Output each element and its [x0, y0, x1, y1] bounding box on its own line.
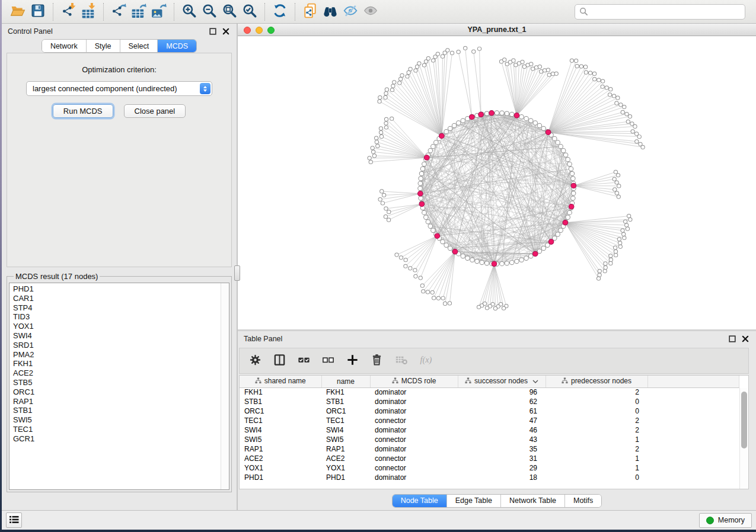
mcds-result-list[interactable]: PHD1CAR1STP4TID3YOX1SWI4SRD1PMA2FKH1ACE2… [9, 283, 229, 490]
float-window-icon[interactable] [209, 28, 216, 35]
tab-node-table[interactable]: Node Table [393, 495, 446, 507]
mcds-result-item[interactable]: ORC1 [13, 387, 219, 397]
mcds-result-item[interactable]: STB5 [13, 378, 219, 387]
show-columns-button[interactable] [269, 351, 291, 370]
mcds-result-item[interactable]: SWI5 [13, 415, 219, 425]
mcds-result-item[interactable]: GCR1 [13, 434, 219, 444]
import-network-icon [60, 3, 76, 20]
search-input[interactable] [575, 4, 745, 20]
table-row[interactable]: PHD1PHD1dominator180 [240, 473, 739, 482]
table-row[interactable]: STB1STB1dominator620 [240, 397, 739, 406]
mcds-result-item[interactable]: TEC1 [13, 425, 219, 434]
cell-MCDS-role: dominator [370, 473, 458, 482]
mcds-result-item[interactable]: RAP1 [13, 397, 219, 406]
table-row[interactable]: ORC1ORC1dominator610 [240, 406, 739, 416]
criterion-value: largest connected component (undirected) [33, 84, 177, 93]
table-row[interactable]: RAP1RAP1dominator352 [240, 444, 739, 454]
export-network-button[interactable] [109, 2, 129, 21]
close-panel-icon[interactable] [222, 28, 229, 35]
deselect-all-button[interactable] [317, 351, 339, 370]
cell-predecessor-nodes: 1 [546, 435, 647, 444]
col-header-name[interactable]: name [321, 376, 370, 387]
network-canvas[interactable] [238, 36, 756, 329]
save-session-icon [30, 3, 46, 20]
panel-splitter-handle[interactable] [234, 265, 240, 281]
zoom-out-icon [202, 3, 217, 20]
mcds-result-item[interactable]: FKH1 [13, 359, 219, 368]
col-label: successor nodes [474, 377, 528, 385]
cell-shared-name: SWI5 [240, 435, 321, 444]
add-column-button[interactable] [342, 351, 363, 370]
float-window-icon[interactable] [729, 335, 736, 342]
criterion-select[interactable]: largest connected component (undirected) [26, 81, 212, 96]
tab-motifs[interactable]: Motifs [564, 495, 601, 507]
tab-select[interactable]: Select [120, 40, 158, 52]
delete-table-button [390, 351, 412, 370]
mcds-result-item[interactable]: TID3 [13, 312, 219, 322]
col-header-MCDS-role[interactable]: MCDS role [370, 376, 458, 387]
tab-mcds[interactable]: MCDS [157, 40, 196, 52]
minimize-window-icon[interactable] [256, 27, 263, 34]
export-image-button[interactable] [149, 2, 169, 21]
clone-network-button[interactable] [300, 2, 320, 21]
export-table-icon [131, 3, 146, 20]
mcds-result-item[interactable]: STP4 [13, 303, 219, 313]
refresh-layout-button[interactable] [270, 2, 290, 21]
search-binoculars-icon [323, 3, 338, 20]
mcds-result-item[interactable]: STB1 [13, 406, 219, 415]
zoom-selected-button[interactable] [240, 2, 260, 21]
col-header-predecessor-nodes[interactable]: predecessor nodes [546, 376, 647, 387]
list-scrollbar[interactable] [221, 283, 229, 489]
close-panel-button[interactable]: Close panel [124, 104, 186, 118]
mcds-result-item[interactable]: SRD1 [13, 341, 219, 350]
tab-network[interactable]: Network [42, 40, 86, 52]
open-file-button[interactable] [8, 2, 28, 21]
import-table-button[interactable] [78, 2, 98, 21]
tab-style[interactable]: Style [86, 40, 120, 52]
close-window-icon[interactable] [244, 27, 251, 34]
maximize-window-icon[interactable] [267, 27, 275, 34]
hide-selected-button[interactable] [340, 2, 361, 21]
save-session-button[interactable] [28, 2, 48, 21]
table-scrollbar-thumb[interactable] [741, 392, 747, 448]
table-row[interactable]: SWI4SWI4dominator462 [240, 425, 739, 435]
zoom-in-button[interactable] [179, 2, 199, 21]
export-network-icon [111, 3, 126, 20]
col-label: name [337, 377, 355, 386]
cell-shared-name: ACE2 [240, 454, 321, 463]
search-binoculars-button[interactable] [320, 2, 340, 21]
mcds-result-item[interactable]: SWI4 [13, 331, 219, 341]
mcds-result-item[interactable]: PMA2 [13, 350, 219, 360]
close-panel-icon[interactable] [742, 335, 749, 342]
zoom-out-button[interactable] [199, 2, 219, 21]
mcds-result-item[interactable]: CAR1 [13, 294, 219, 303]
task-history-button[interactable] [6, 512, 22, 528]
col-header-successor-nodes[interactable]: successor nodes [458, 376, 546, 387]
table-row[interactable]: TEC1TEC1connector472 [240, 416, 739, 425]
select-all-button[interactable] [293, 351, 315, 370]
table-settings-button[interactable] [244, 351, 266, 370]
import-network-button[interactable] [58, 2, 78, 21]
select-all-icon [297, 353, 311, 368]
table-row[interactable]: ACE2ACE2connector311 [240, 454, 739, 463]
delete-column-button[interactable] [366, 351, 388, 370]
export-table-button[interactable] [129, 2, 149, 21]
memory-button[interactable]: Memory [699, 513, 752, 528]
zoom-in-icon [181, 3, 197, 20]
mcds-result-item[interactable]: ACE2 [13, 368, 219, 378]
mcds-result-item[interactable]: YOX1 [13, 322, 219, 331]
col-header-shared-name[interactable]: shared name [240, 376, 321, 387]
mcds-result-item[interactable]: PHD1 [13, 284, 219, 294]
zoom-fit-button[interactable] [219, 2, 240, 21]
table-row[interactable]: SWI5SWI5connector431 [240, 435, 739, 444]
table-row[interactable]: YOX1YOX1connector291 [240, 463, 739, 473]
cell-predecessor-nodes: 2 [546, 425, 647, 435]
table-row[interactable]: FKH1FKH1dominator962 [240, 387, 739, 397]
run-mcds-button[interactable]: Run MCDS [53, 104, 113, 118]
tab-network-table[interactable]: Network Table [500, 495, 564, 507]
tab-edge-table[interactable]: Edge Table [446, 495, 500, 507]
table-scrollbar [739, 388, 748, 489]
toolbar-separator [103, 3, 104, 21]
cell-shared-name: PHD1 [240, 473, 321, 482]
cell-MCDS-role: dominator [370, 444, 458, 454]
